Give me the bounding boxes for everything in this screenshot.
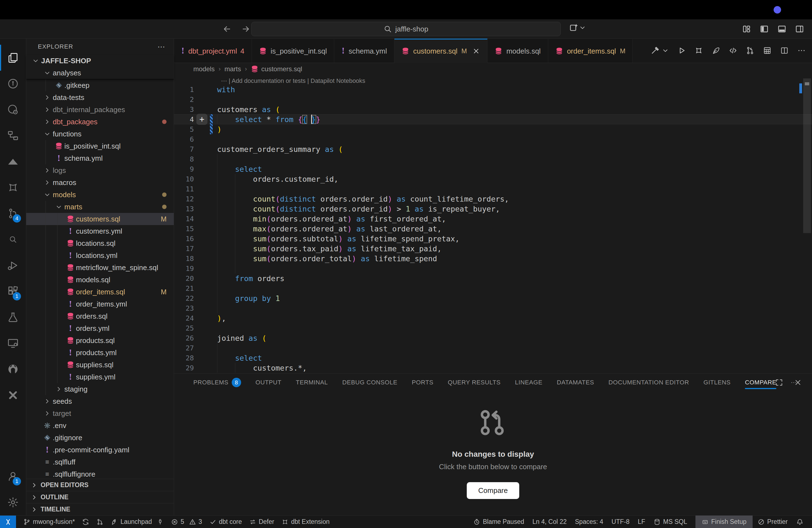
- sidebar-section-timeline[interactable]: TIMELINE: [26, 503, 174, 515]
- tree-item-supplies-sql[interactable]: supplies.sql: [26, 359, 174, 371]
- code-line-1[interactable]: 1with: [174, 85, 812, 94]
- tree-item-marts[interactable]: marts: [26, 201, 174, 213]
- activity-bar-item-x-soft[interactable]: [0, 175, 26, 201]
- status-item-utf-8[interactable]: UTF-8: [611, 516, 629, 528]
- tree-item--sqlfluff[interactable]: ≡.sqlfluff: [26, 456, 174, 468]
- activity-bar-item-mountain-logo[interactable]: [0, 149, 26, 175]
- tree-item-seeds[interactable]: seeds: [26, 395, 174, 407]
- breadcrumb-item-customers-sql[interactable]: customers.sql: [251, 65, 302, 73]
- toggle-panel-button[interactable]: [777, 24, 787, 34]
- share-sparkle-button[interactable]: [569, 23, 579, 33]
- code-line-9[interactable]: 9 select: [174, 164, 812, 174]
- command-center-search[interactable]: jaffle-shop: [251, 22, 561, 36]
- tree-item--pre-commit-config-yaml[interactable]: !.pre-commit-config.yaml: [26, 444, 174, 456]
- code-line-21[interactable]: 21: [174, 283, 812, 293]
- tree-item-target[interactable]: target: [26, 407, 174, 420]
- close-panel-icon[interactable]: [794, 378, 802, 386]
- tree-item-models-sql[interactable]: models.sql: [26, 274, 174, 286]
- status-item-mwong-fusion-[interactable]: mwong-fusion*: [23, 516, 75, 528]
- status-item-ms-sql[interactable]: MS SQL: [653, 516, 687, 528]
- activity-bar-item-circle-gear[interactable]: [0, 97, 26, 122]
- panel-tab-gitlens[interactable]: GITLENS: [704, 373, 730, 391]
- status-item-lf[interactable]: LF: [638, 516, 645, 528]
- status-item-git-graph-small-icon[interactable]: [97, 516, 104, 528]
- history-forward-button[interactable]: [241, 24, 250, 34]
- code-line-22[interactable]: 22 group by 1: [174, 293, 812, 303]
- activity-bar-item-run-debug[interactable]: [0, 252, 26, 278]
- panel-tab-documentation-editor[interactable]: DOCUMENTATION EDITOR: [608, 373, 689, 391]
- tree-item-dbt-internal-packages[interactable]: dbt_internal_packages: [26, 104, 174, 116]
- code-line-14[interactable]: 14 min(orders.ordered_at) as first_order…: [174, 214, 812, 224]
- panel-tab-terminal[interactable]: TERMINAL: [296, 373, 328, 391]
- code-line-29[interactable]: 29 customers.*,: [174, 363, 812, 373]
- tree-item-products-sql[interactable]: products.sql: [26, 334, 174, 347]
- code-line-12[interactable]: 12 count(distinct orders.order_id) as co…: [174, 194, 812, 204]
- panel-tab-datamates[interactable]: DATAMATES: [557, 373, 594, 391]
- code-line-7[interactable]: 7customer_orders_summary as (: [174, 144, 812, 154]
- tree-item--env[interactable]: .env: [26, 420, 174, 431]
- tree-item-staging[interactable]: staging: [26, 383, 174, 395]
- tree-item-is-positive-int-sql[interactable]: is_positive_int.sql: [26, 140, 174, 152]
- tree-item-supplies-yml[interactable]: !supplies.yml: [26, 371, 174, 383]
- tab-customers-sql[interactable]: customers.sqlM: [394, 39, 488, 63]
- activity-bar-item-files[interactable]: [0, 45, 26, 71]
- compare-button[interactable]: Compare: [467, 482, 520, 499]
- add-action-button[interactable]: +: [197, 114, 207, 125]
- panel-tab-problems[interactable]: PROBLEMS8: [193, 373, 241, 391]
- sidebar-item-analyses[interactable]: analyses: [26, 67, 174, 79]
- code-line-28[interactable]: 28 select: [174, 353, 812, 363]
- code-line-16[interactable]: 16 sum(orders.subtotal) as lifetime_spen…: [174, 234, 812, 244]
- status-item-ln-4-col-22[interactable]: Ln 4, Col 22: [533, 516, 567, 528]
- status-item-dbt-extension[interactable]: dbt Extension: [281, 516, 330, 528]
- tree-item-schema-yml[interactable]: !schema.yml: [26, 152, 174, 164]
- tab-dbt-project-yml[interactable]: !dbt_project.yml4: [174, 39, 252, 63]
- panel-tab-compare[interactable]: COMPARE: [745, 373, 777, 391]
- query-table-icon[interactable]: [763, 46, 772, 55]
- tree-item-order-items-sql[interactable]: order_items.sqlM: [26, 286, 174, 298]
- code-line-20[interactable]: 20 from orders: [174, 274, 812, 283]
- tree-item-dbt-packages[interactable]: dbt_packages: [26, 116, 174, 128]
- tab-is-positive-int-sql[interactable]: is_positive_int.sql: [252, 39, 334, 63]
- panel-tab-ports[interactable]: PORTS: [412, 373, 433, 391]
- more-icon[interactable]: [797, 46, 806, 55]
- tree-item-functions[interactable]: functions: [26, 128, 174, 140]
- panel-tab-query-results[interactable]: QUERY RESULTS: [448, 373, 501, 391]
- tree-item-models[interactable]: models: [26, 189, 174, 201]
- code-line-23[interactable]: 23: [174, 303, 812, 313]
- datapilot-quill-icon[interactable]: [711, 46, 720, 55]
- code-line-19[interactable]: 19: [174, 263, 812, 274]
- status-item-5[interactable]: 53: [171, 516, 202, 528]
- code-line-25[interactable]: 25: [174, 323, 812, 333]
- workspace-root-row[interactable]: JAFFLE-SHOP: [26, 55, 174, 67]
- code-editor[interactable]: ⋯ | Add documentation or tests | Datapil…: [174, 75, 812, 373]
- tree-item-products-yml[interactable]: !products.yml: [26, 347, 174, 359]
- chevron-down-icon[interactable]: [662, 47, 669, 54]
- activity-bar-item-flow[interactable]: [0, 122, 26, 149]
- activity-bar-item-search[interactable]: [0, 226, 26, 252]
- tree-item-customers-yml[interactable]: !customers.yml: [26, 225, 174, 237]
- code-line-8[interactable]: 8: [174, 154, 812, 164]
- tree-item-logs[interactable]: logs: [26, 164, 174, 176]
- code-line-3[interactable]: 3customers as (: [174, 104, 812, 114]
- codelens-actions[interactable]: ⋯ | Add documentation or tests | Datapil…: [174, 75, 812, 85]
- hammer-build-icon[interactable]: [651, 46, 659, 55]
- toggle-secondary-sidebar-button[interactable]: [795, 24, 804, 34]
- activity-bar-item-settings-gear[interactable]: [0, 489, 26, 515]
- history-back-button[interactable]: [222, 24, 232, 34]
- status-item-defer[interactable]: Defer: [249, 516, 274, 528]
- status-item-sync-icon[interactable]: [82, 516, 89, 528]
- panel-tab-lineage[interactable]: LINEAGE: [515, 373, 542, 391]
- tree-item-order-items-yml[interactable]: !order_items.yml: [26, 298, 174, 310]
- activity-bar-item-dbt-circle[interactable]: [0, 71, 26, 97]
- code-line-10[interactable]: 10 orders.customer_id,: [174, 174, 812, 184]
- toggle-sidebar-button[interactable]: [759, 24, 769, 34]
- status-item-bell-icon[interactable]: [796, 516, 804, 528]
- code-line-13[interactable]: 13 count(distinct orders.order_id) > 1 a…: [174, 204, 812, 214]
- tree-item--gitignore[interactable]: .gitignore: [26, 431, 174, 444]
- tree-item-locations-yml[interactable]: !locations.yml: [26, 249, 174, 262]
- breadcrumb-item-models[interactable]: models: [193, 65, 215, 73]
- activity-bar-item-beaker[interactable]: [0, 304, 26, 330]
- code-line-15[interactable]: 15 max(orders.ordered_at) as last_ordere…: [174, 224, 812, 234]
- git-compare-icon[interactable]: [746, 46, 755, 55]
- sidebar-section-open-editors[interactable]: OPEN EDITORS: [26, 479, 174, 491]
